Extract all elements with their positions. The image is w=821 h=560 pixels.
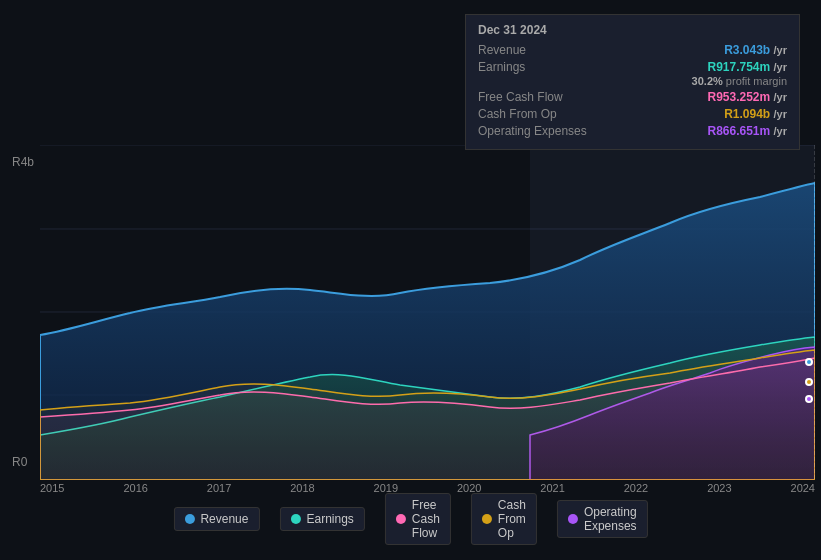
legend-item-cashfromop[interactable]: Cash From Op xyxy=(471,493,537,545)
chart-legend: Revenue Earnings Free Cash Flow Cash Fro… xyxy=(173,493,647,545)
legend-dot-revenue xyxy=(184,514,194,524)
y-axis-bottom-label: R0 xyxy=(12,455,27,469)
legend-label-earnings: Earnings xyxy=(306,512,353,526)
legend-dot-opex xyxy=(568,514,578,524)
chart-container: Dec 31 2024 Revenue R3.043b /yr Earnings… xyxy=(0,0,821,560)
tooltip-opex-row: Operating Expenses R866.651m /yr xyxy=(478,124,787,138)
legend-dot-cashfromop xyxy=(482,514,492,524)
tooltip-box: Dec 31 2024 Revenue R3.043b /yr Earnings… xyxy=(465,14,800,150)
legend-label-opex: Operating Expenses xyxy=(584,505,637,533)
legend-item-revenue[interactable]: Revenue xyxy=(173,507,259,531)
legend-dot-earnings xyxy=(290,514,300,524)
dot-cashfromop xyxy=(805,378,813,386)
legend-label-cashfromop: Cash From Op xyxy=(498,498,526,540)
chart-svg xyxy=(40,145,815,480)
legend-dot-fcf xyxy=(396,514,406,524)
tooltip-fcf-value: R953.252m /yr xyxy=(707,90,787,104)
legend-label-fcf: Free Cash Flow xyxy=(412,498,440,540)
tooltip-fcf-label: Free Cash Flow xyxy=(478,90,588,104)
y-axis-top-label: R4b xyxy=(12,155,34,169)
dot-opex xyxy=(805,395,813,403)
tooltip-cashfromop-row: Cash From Op R1.094b /yr xyxy=(478,107,787,121)
tooltip-cashfromop-label: Cash From Op xyxy=(478,107,588,121)
tooltip-earnings-label: Earnings xyxy=(478,60,588,74)
x-label-2015: 2015 xyxy=(40,482,64,494)
x-label-2024: 2024 xyxy=(791,482,815,494)
x-label-2016: 2016 xyxy=(123,482,147,494)
tooltip-cashfromop-value: R1.094b /yr xyxy=(724,107,787,121)
legend-item-fcf[interactable]: Free Cash Flow xyxy=(385,493,451,545)
legend-label-revenue: Revenue xyxy=(200,512,248,526)
tooltip-revenue-label: Revenue xyxy=(478,43,588,57)
tooltip-opex-value: R866.651m /yr xyxy=(707,124,787,138)
tooltip-fcf-row: Free Cash Flow R953.252m /yr xyxy=(478,90,787,104)
tooltip-date: Dec 31 2024 xyxy=(478,23,787,37)
tooltip-earnings-value: R917.754m /yr xyxy=(707,60,787,74)
tooltip-revenue-row: Revenue R3.043b /yr xyxy=(478,43,787,57)
tooltip-opex-label: Operating Expenses xyxy=(478,124,588,138)
tooltip-margin: 30.2% profit margin xyxy=(478,75,787,87)
legend-item-earnings[interactable]: Earnings xyxy=(279,507,364,531)
dot-revenue xyxy=(805,358,813,366)
tooltip-revenue-value: R3.043b /yr xyxy=(724,43,787,57)
tooltip-earnings-row: Earnings R917.754m /yr xyxy=(478,60,787,74)
legend-item-opex[interactable]: Operating Expenses xyxy=(557,500,648,538)
x-label-2023: 2023 xyxy=(707,482,731,494)
